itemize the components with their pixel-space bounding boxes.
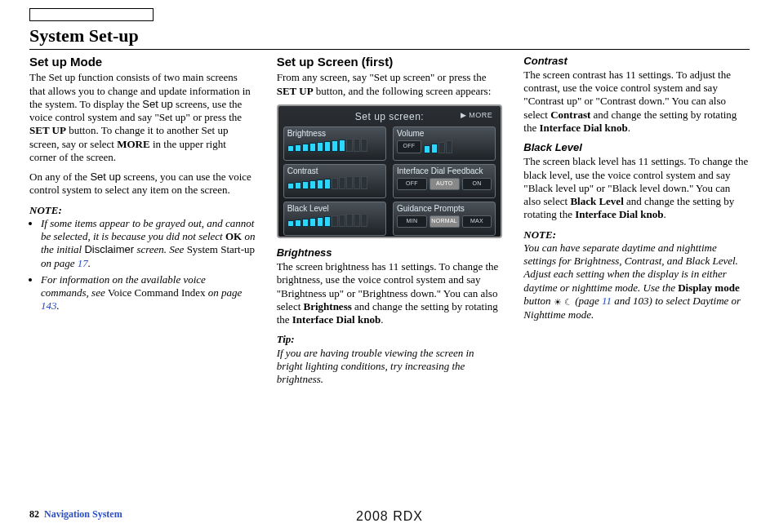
column-2: Set up Screen (first) From any screen, s… <box>277 55 503 393</box>
brightness-heading: Brightness <box>277 246 503 259</box>
cell-guidance: Guidance Prompts MINNORMALMAX <box>393 202 496 236</box>
note-label: NOTE: <box>29 204 256 217</box>
note-item-2: For information on the available voice c… <box>41 273 256 313</box>
page-title: System Set-up <box>29 24 750 49</box>
setup-screen-image: Set up screen: ▶ MORE Brightness Volume … <box>277 104 503 238</box>
tip-body: If you are having trouble viewing the sc… <box>277 347 503 387</box>
note-item-1: If some items appear to be grayed out, a… <box>41 217 256 270</box>
tip-label: Tip: <box>277 333 503 346</box>
column-3: Contrast The screen contrast has 11 sett… <box>523 55 750 393</box>
note3-label: NOTE: <box>523 228 750 242</box>
setup-screen-heading: Set up Screen (first) <box>277 55 503 70</box>
contrast-heading: Contrast <box>523 55 750 68</box>
day-night-icon: ☀ ☾ <box>554 297 572 307</box>
cell-black-level: Black Level <box>283 202 386 236</box>
black-level-body: The screen black level has 11 settings. … <box>523 155 750 221</box>
title-rule <box>29 49 750 50</box>
cell-brightness: Brightness <box>283 126 386 161</box>
cell-interface-dial: Interface Dial Feedback OFFAUTOON <box>393 164 496 198</box>
setup-mode-p1: The Set up function consists of two main… <box>29 71 256 164</box>
black-level-heading: Black Level <box>523 141 750 154</box>
cell-contrast: Contrast <box>283 164 386 198</box>
screen-title: Set up screen: ▶ MORE <box>283 109 496 126</box>
page-footer: 82 Navigation System 2008 RDX <box>29 508 750 521</box>
more-button: ▶ MORE <box>461 111 493 120</box>
header-box <box>29 8 154 21</box>
note-list: If some items appear to be grayed out, a… <box>29 217 256 313</box>
footer-section: Navigation System <box>44 508 122 521</box>
setup-screen-p1: From any screen, say "Set up screen" or … <box>277 71 503 98</box>
brightness-body: The screen brightness has 11 settings. T… <box>277 260 503 326</box>
cell-volume: Volume OFF <box>393 126 496 161</box>
contrast-body: The screen contrast has 11 settings. To … <box>523 69 750 135</box>
footer-model: 2008 RDX <box>356 508 423 525</box>
note3-body: You can have separate daytime and nightt… <box>523 242 750 321</box>
page-number: 82 <box>29 508 39 521</box>
setup-mode-heading: Set up Mode <box>29 55 256 70</box>
setup-mode-p2: On any of the Set up screens, you can us… <box>29 171 256 197</box>
column-1: Set up Mode The Set up function consists… <box>29 55 256 393</box>
